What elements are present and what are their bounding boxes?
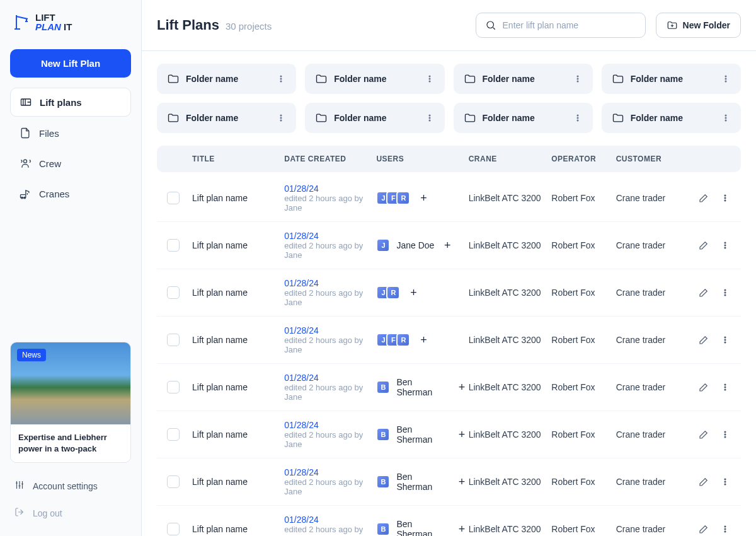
edit-button[interactable] bbox=[698, 287, 709, 298]
sidebar-item-lift-plans[interactable]: Lift plans bbox=[10, 88, 131, 117]
sidebar-nav: Lift plansFilesCrewCranes bbox=[10, 88, 131, 207]
row-checkbox[interactable] bbox=[167, 334, 180, 346]
sidebar-item-crew[interactable]: Crew bbox=[10, 149, 131, 177]
cell-users: B Ben Sherman + bbox=[376, 424, 468, 445]
row-more-button[interactable] bbox=[719, 523, 731, 535]
folder-more-button[interactable] bbox=[425, 113, 435, 123]
cell-title[interactable]: Lift plan name bbox=[192, 335, 284, 345]
svg-point-43 bbox=[724, 387, 726, 388]
add-user-button[interactable]: + bbox=[455, 522, 468, 536]
cell-date: 01/28/24 edited 2 hours ago by Jane bbox=[284, 184, 376, 213]
folder-more-button[interactable] bbox=[721, 74, 731, 84]
svg-point-16 bbox=[725, 78, 726, 79]
row-actions bbox=[680, 240, 731, 251]
folder-item[interactable]: Folder name bbox=[454, 103, 593, 133]
add-user-button[interactable]: + bbox=[455, 380, 468, 394]
folder-item[interactable]: Folder name bbox=[305, 64, 444, 94]
cell-title[interactable]: Lift plan name bbox=[192, 477, 284, 487]
sidebar-item-files[interactable]: Files bbox=[10, 119, 131, 147]
edit-button[interactable] bbox=[698, 334, 709, 346]
svg-point-14 bbox=[577, 81, 578, 82]
edit-button[interactable] bbox=[698, 240, 709, 251]
row-checkbox[interactable] bbox=[167, 523, 180, 535]
row-more-button[interactable] bbox=[719, 287, 731, 298]
folder-item[interactable]: Folder name bbox=[602, 64, 741, 94]
date-edited: edited 2 hours ago by Jane bbox=[284, 194, 376, 213]
row-checkbox[interactable] bbox=[167, 192, 180, 204]
col-crane: CRANE bbox=[469, 154, 552, 163]
avatar-stack: JFR bbox=[376, 191, 410, 205]
add-user-button[interactable]: + bbox=[455, 428, 468, 441]
date-created: 01/28/24 bbox=[284, 420, 376, 430]
folder-item[interactable]: Folder name bbox=[454, 64, 593, 94]
new-lift-plan-button[interactable]: New Lift Plan bbox=[10, 49, 131, 78]
svg-point-52 bbox=[724, 528, 726, 530]
folder-item[interactable]: Folder name bbox=[602, 103, 741, 133]
cell-date: 01/28/24 edited 2 hours ago by Jane bbox=[284, 278, 376, 307]
table-row: Lift plan name 01/28/24 edited 2 hours a… bbox=[157, 317, 741, 364]
folder-more-button[interactable] bbox=[276, 74, 286, 84]
cell-title[interactable]: Lift plan name bbox=[192, 382, 284, 392]
folder-icon bbox=[167, 112, 180, 124]
row-more-button[interactable] bbox=[719, 382, 731, 393]
add-user-button[interactable]: + bbox=[455, 475, 468, 489]
date-edited: edited 2 hours ago by Jane bbox=[284, 241, 376, 260]
row-more-button[interactable] bbox=[719, 240, 731, 251]
row-more-button[interactable] bbox=[719, 476, 731, 487]
cell-title[interactable]: Lift plan name bbox=[192, 429, 284, 440]
news-card[interactable]: News Expertise and Liebherr power in a t… bbox=[10, 342, 131, 463]
row-more-button[interactable] bbox=[719, 192, 731, 204]
avatar-stack: JFR bbox=[376, 333, 410, 347]
edit-button[interactable] bbox=[698, 523, 709, 535]
folder-item[interactable]: Folder name bbox=[305, 103, 444, 133]
folder-more-button[interactable] bbox=[573, 74, 583, 84]
footer-icon bbox=[14, 506, 25, 520]
footer-item-log-out[interactable]: Log out bbox=[10, 500, 131, 526]
cell-title[interactable]: Lift plan name bbox=[192, 193, 284, 203]
cell-title[interactable]: Lift plan name bbox=[192, 240, 284, 250]
add-user-button[interactable]: + bbox=[440, 238, 454, 252]
cell-title[interactable]: Lift plan name bbox=[192, 288, 284, 298]
logo[interactable]: LIFT PLAN IT bbox=[10, 10, 131, 34]
search-box[interactable] bbox=[476, 13, 646, 38]
footer-item-account-settings[interactable]: Account settings bbox=[10, 473, 131, 499]
cell-title[interactable]: Lift plan name bbox=[192, 524, 284, 534]
add-user-button[interactable]: + bbox=[406, 286, 420, 300]
folder-item[interactable]: Folder name bbox=[157, 64, 296, 94]
add-user-button[interactable]: + bbox=[416, 333, 430, 347]
folder-more-button[interactable] bbox=[276, 113, 286, 123]
row-actions bbox=[680, 192, 731, 204]
cell-customer: Crane trader bbox=[616, 288, 680, 298]
row-more-button[interactable] bbox=[719, 334, 731, 346]
row-checkbox[interactable] bbox=[167, 475, 180, 488]
folder-more-button[interactable] bbox=[425, 74, 435, 84]
user-avatar: B bbox=[376, 522, 390, 536]
svg-point-51 bbox=[724, 526, 726, 527]
search-input[interactable] bbox=[503, 20, 636, 30]
folder-more-button[interactable] bbox=[573, 113, 583, 123]
edit-button[interactable] bbox=[698, 382, 709, 393]
folder-name: Folder name bbox=[631, 74, 714, 84]
edit-button[interactable] bbox=[698, 429, 709, 440]
sidebar-item-cranes[interactable]: Cranes bbox=[10, 180, 131, 207]
more-vertical-icon bbox=[720, 382, 730, 392]
table-row: Lift plan name 01/28/24 edited 2 hours a… bbox=[157, 506, 741, 536]
table-row: Lift plan name 01/28/24 edited 2 hours a… bbox=[157, 364, 741, 411]
cell-operator: Robert Fox bbox=[551, 524, 616, 534]
cell-crane: LinkBelt ATC 3200 bbox=[469, 193, 552, 203]
row-checkbox[interactable] bbox=[167, 381, 180, 393]
row-actions bbox=[680, 287, 731, 298]
row-checkbox[interactable] bbox=[167, 239, 180, 252]
folder-more-button[interactable] bbox=[721, 113, 731, 123]
nav-label: Crew bbox=[39, 158, 61, 169]
edit-button[interactable] bbox=[698, 476, 709, 487]
cell-crane: LinkBelt ATC 3200 bbox=[469, 382, 552, 392]
add-user-button[interactable]: + bbox=[416, 191, 430, 205]
svg-point-28 bbox=[725, 117, 726, 119]
row-more-button[interactable] bbox=[719, 429, 731, 440]
folder-item[interactable]: Folder name bbox=[157, 103, 296, 133]
row-checkbox[interactable] bbox=[167, 428, 180, 441]
edit-button[interactable] bbox=[698, 192, 709, 204]
row-checkbox[interactable] bbox=[167, 286, 180, 299]
new-folder-button[interactable]: New Folder bbox=[656, 13, 741, 38]
